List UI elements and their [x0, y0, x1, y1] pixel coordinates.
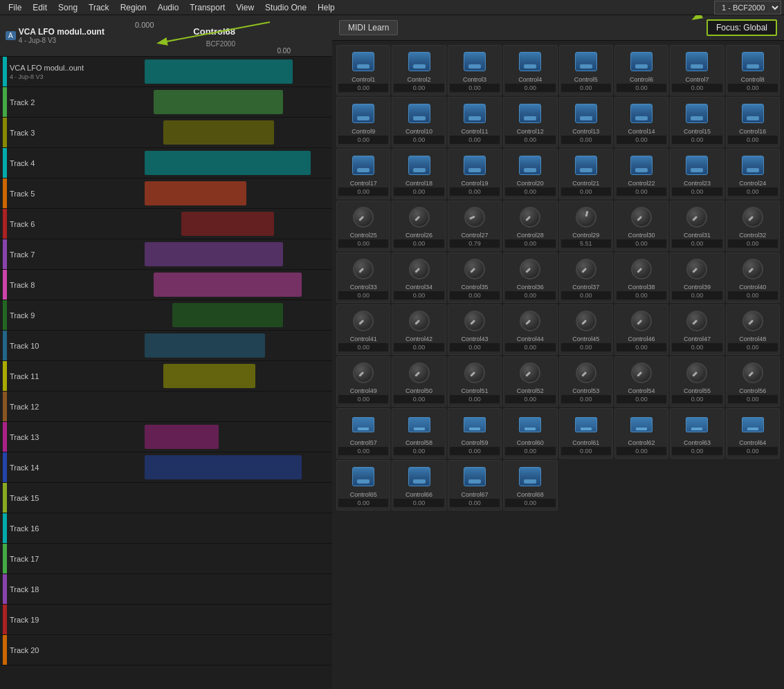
menu-song[interactable]: Song: [53, 1, 83, 14]
control-cell-68[interactable]: Control680.00: [503, 460, 557, 511]
control-cell-57[interactable]: Control570.00: [336, 408, 390, 459]
menu-audio[interactable]: Audio: [152, 1, 185, 14]
list-item[interactable]: Track 13: [0, 422, 332, 452]
menu-studioone[interactable]: Studio One: [259, 1, 312, 14]
control-cell-60[interactable]: Control600.00: [503, 408, 557, 459]
control-cell-54[interactable]: Control540.00: [614, 356, 668, 407]
list-item[interactable]: Track 9: [0, 300, 332, 331]
control-cell-5[interactable]: Control50.00: [559, 45, 613, 95]
list-item[interactable]: Track 11: [0, 361, 332, 392]
control-cell-14[interactable]: Control140.00: [614, 97, 668, 147]
device-selector[interactable]: 1 - BCF2000: [714, 1, 781, 15]
control-cell-33[interactable]: Control330.00: [336, 252, 390, 303]
control-cell-65[interactable]: Control650.00: [336, 460, 390, 511]
control-cell-27[interactable]: Control270.79: [448, 201, 502, 251]
control-cell-51[interactable]: Control510.00: [448, 356, 502, 407]
control-cell-67[interactable]: Control670.00: [448, 460, 502, 511]
control-cell-22[interactable]: Control220.00: [614, 149, 668, 199]
control-cell-50[interactable]: Control500.00: [392, 356, 446, 407]
control-cell-20[interactable]: Control200.00: [503, 149, 557, 199]
list-item[interactable]: Track 8: [0, 270, 332, 300]
menu-region[interactable]: Region: [115, 1, 152, 14]
list-item[interactable]: Track 14: [0, 452, 332, 483]
menu-track[interactable]: Track: [83, 1, 115, 14]
control-cell-55[interactable]: Control550.00: [670, 356, 724, 407]
control-cell-48[interactable]: Control480.00: [726, 304, 780, 355]
list-item[interactable]: Track 2: [0, 87, 332, 118]
control-cell-24[interactable]: Control240.00: [726, 149, 780, 199]
menu-view[interactable]: View: [230, 1, 259, 14]
menu-transport[interactable]: Transport: [184, 1, 230, 14]
control-cell-21[interactable]: Control210.00: [559, 149, 613, 199]
control-cell-66[interactable]: Control660.00: [392, 460, 446, 511]
control-cell-11[interactable]: Control110.00: [448, 97, 502, 147]
list-item[interactable]: Track 7: [0, 239, 332, 270]
list-item[interactable]: Track 19: [0, 605, 332, 635]
control-cell-2[interactable]: Control20.00: [392, 45, 446, 95]
control-cell-17[interactable]: Control170.00: [336, 149, 390, 199]
control-cell-31[interactable]: Control310.00: [670, 201, 724, 251]
list-item[interactable]: VCA LFO modul..ount 4 · Jup-8 V3: [0, 57, 332, 87]
control-cell-61[interactable]: Control610.00: [559, 408, 613, 459]
list-item[interactable]: Track 4: [0, 148, 332, 178]
control-cell-18[interactable]: Control180.00: [392, 149, 446, 199]
control-cell-25[interactable]: Control250.00: [336, 201, 390, 251]
control-cell-49[interactable]: Control490.00: [336, 356, 390, 407]
control-cell-37[interactable]: Control370.00: [559, 252, 613, 303]
control-cell-62[interactable]: Control620.00: [614, 408, 668, 459]
control-cell-12[interactable]: Control120.00: [503, 97, 557, 147]
control-cell-19[interactable]: Control190.00: [448, 149, 502, 199]
control-cell-29[interactable]: Control295.51: [559, 201, 613, 251]
control-cell-6[interactable]: Control60.00: [614, 45, 668, 95]
control-cell-13[interactable]: Control130.00: [559, 97, 613, 147]
control-cell-3[interactable]: Control30.00: [448, 45, 502, 95]
list-item[interactable]: Track 6: [0, 209, 332, 239]
list-item[interactable]: Track 17: [0, 544, 332, 574]
list-item[interactable]: Track 3: [0, 118, 332, 148]
control-cell-8[interactable]: Control80.00: [726, 45, 780, 95]
control-cell-45[interactable]: Control450.00: [559, 304, 613, 355]
list-item[interactable]: Track 16: [0, 513, 332, 544]
control-cell-34[interactable]: Control340.00: [392, 252, 446, 303]
control-cell-39[interactable]: Control390.00: [670, 252, 724, 303]
control-cell-53[interactable]: Control530.00: [559, 356, 613, 407]
control-cell-10[interactable]: Control100.00: [392, 97, 446, 147]
control-cell-9[interactable]: Control90.00: [336, 97, 390, 147]
menu-file[interactable]: File: [3, 1, 27, 14]
control-cell-63[interactable]: Control630.00: [670, 408, 724, 459]
control-cell-56[interactable]: Control560.00: [726, 356, 780, 407]
control-cell-52[interactable]: Control520.00: [503, 356, 557, 407]
list-item[interactable]: Track 15: [0, 483, 332, 513]
control-cell-23[interactable]: Control230.00: [670, 149, 724, 199]
list-item[interactable]: Track 12: [0, 392, 332, 422]
control-cell-41[interactable]: Control410.00: [336, 304, 390, 355]
list-item[interactable]: Track 5: [0, 178, 332, 209]
control-cell-46[interactable]: Control460.00: [614, 304, 668, 355]
control-cell-32[interactable]: Control320.00: [726, 201, 780, 251]
list-item[interactable]: Track 18: [0, 574, 332, 605]
control-cell-64[interactable]: Control640.00: [726, 408, 780, 459]
control-cell-7[interactable]: Control70.00: [670, 45, 724, 95]
control-cell-40[interactable]: Control400.00: [726, 252, 780, 303]
control-cell-58[interactable]: Control580.00: [392, 408, 446, 459]
list-item[interactable]: Track 10: [0, 331, 332, 361]
control-cell-1[interactable]: Control10.00: [336, 45, 390, 95]
control-cell-38[interactable]: Control380.00: [614, 252, 668, 303]
control-cell-59[interactable]: Control590.00: [448, 408, 502, 459]
control-cell-16[interactable]: Control160.00: [726, 97, 780, 147]
control-cell-26[interactable]: Control260.00: [392, 201, 446, 251]
control-cell-42[interactable]: Control420.00: [392, 304, 446, 355]
control-cell-35[interactable]: Control350.00: [448, 252, 502, 303]
control-cell-47[interactable]: Control470.00: [670, 304, 724, 355]
control-cell-43[interactable]: Control430.00: [448, 304, 502, 355]
control-cell-28[interactable]: Control280.00: [503, 201, 557, 251]
control-cell-30[interactable]: Control300.00: [614, 201, 668, 251]
menu-edit[interactable]: Edit: [27, 1, 53, 14]
control-cell-4[interactable]: Control40.00: [503, 45, 557, 95]
control-cell-36[interactable]: Control360.00: [503, 252, 557, 303]
midi-learn-button[interactable]: MIDI Learn: [339, 20, 398, 35]
control-cell-15[interactable]: Control150.00: [670, 97, 724, 147]
control-cell-44[interactable]: Control440.00: [503, 304, 557, 355]
menu-help[interactable]: Help: [312, 1, 340, 14]
list-item[interactable]: Track 20: [0, 635, 332, 665]
